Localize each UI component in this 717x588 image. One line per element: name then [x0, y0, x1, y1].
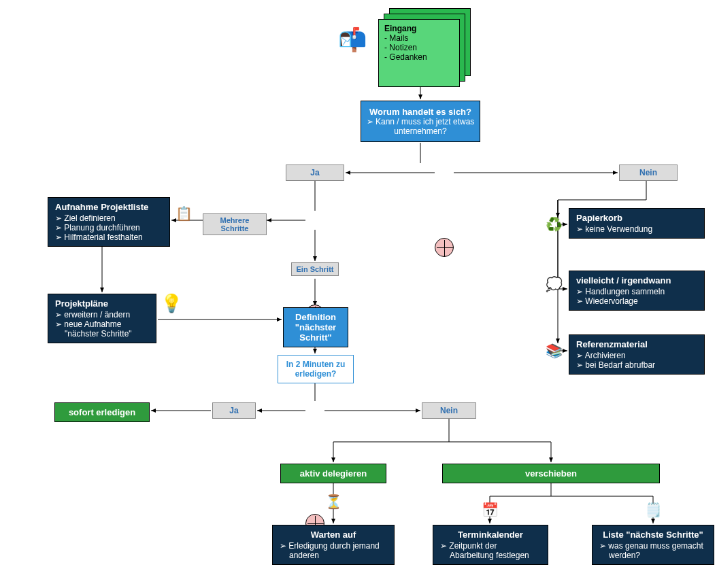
vielleicht-title: vielleicht / irgendwann — [576, 275, 697, 286]
liste-title: Liste "nächste Schritte" — [599, 530, 707, 540]
idea-icon: 💡 — [159, 291, 184, 315]
recycle-icon: ♻️ — [541, 212, 566, 237]
worum-box: Worum handelt es sich? Kann / muss ich j… — [361, 101, 480, 142]
sofort-box: sofort erledigen — [54, 402, 150, 422]
papierkorb-title: Papierkorb — [576, 213, 697, 223]
termin-item: Zeitpunkt der Abarbeitung festlegen — [450, 541, 541, 560]
aufnahme-box: Aufnahme Projektliste Ziel definieren Pl… — [48, 197, 170, 247]
worum-sub: Kann / muss ich jetzt etwas unternehmen? — [365, 117, 476, 136]
eingang-item: - Gedanken — [384, 52, 454, 62]
referenz-item: bei Bedarf abrufbar — [586, 360, 697, 370]
projektplaene-item: erweitern / ändern — [65, 310, 149, 319]
worum-title: Worum handelt es sich? — [365, 107, 476, 117]
projektplaene-title: Projektpläne — [55, 298, 149, 309]
nein-bottom-box: Nein — [422, 402, 476, 419]
eingang-item: - Notizen — [384, 43, 454, 52]
mehrere-box: Mehrere Schritte — [203, 213, 267, 235]
einschritt-box: Ein Schritt — [291, 262, 339, 276]
decision-1-icon — [435, 238, 454, 257]
definition-sub: "nächster Schritt" — [286, 322, 345, 343]
nein-top-box: Nein — [619, 165, 678, 181]
aufnahme-item: Ziel definieren — [65, 213, 163, 223]
termin-box: Terminkalender Zeitpunkt der Abarbeitung… — [433, 525, 548, 565]
vielleicht-item: Wiedervorlage — [586, 296, 697, 306]
referenz-title: Referenzmaterial — [576, 339, 697, 349]
ja-bottom-box: Ja — [212, 402, 256, 419]
vielleicht-box: vielleicht / irgendwann Handlungen samme… — [569, 271, 705, 311]
warten-item: Erledigung durch jemand anderen — [289, 541, 387, 560]
ja-top-box: Ja — [286, 165, 344, 181]
definition-box: Definition "nächster Schritt" — [283, 307, 348, 347]
liste-item: was genau muss gemacht werden? — [609, 541, 707, 560]
delegieren-box: aktiv delegieren — [280, 464, 386, 483]
definition-title: Definition — [286, 312, 345, 322]
referenz-box: Referenzmaterial Archivieren bei Bedarf … — [569, 334, 705, 375]
papierkorb-item: keine Verwendung — [586, 224, 697, 234]
in2min-box: In 2 Minuten zu erledigen? — [278, 355, 354, 383]
checklist-icon: 🗒️ — [641, 498, 665, 522]
warten-title: Warten auf — [280, 530, 387, 540]
referenz-item: Archivieren — [586, 351, 697, 360]
projektplaene-box: Projektpläne erweitern / ändern neue Auf… — [48, 294, 156, 343]
eingang-item: - Mails — [384, 33, 454, 43]
eingang-title: Eingang — [384, 24, 454, 33]
mailbox-icon: 📬 — [340, 27, 365, 52]
liste-box: Liste "nächste Schritte" was genau muss … — [592, 525, 714, 565]
aufnahme-item: Hilfmaterial festhalten — [65, 232, 163, 242]
aufnahme-title: Aufnahme Projektliste — [55, 202, 163, 212]
vielleicht-item: Handlungen sammeln — [586, 287, 697, 296]
calendar-icon: 📅 — [478, 498, 502, 522]
termin-title: Terminkalender — [440, 530, 541, 540]
clipboard-icon: 📋 — [171, 201, 196, 226]
eingang-box: Eingang - Mails - Notizen - Gedanken — [378, 8, 467, 83]
thought-icon: 💭 — [541, 272, 566, 296]
aufnahme-item: Planung durchführen — [65, 223, 163, 232]
papierkorb-box: Papierkorb keine Verwendung — [569, 208, 705, 239]
warten-box: Warten auf Erledigung durch jemand ander… — [272, 525, 395, 565]
projektplaene-item: neue Aufnahme "nächster Schritte" — [65, 319, 149, 339]
verschieben-box: verschieben — [442, 464, 660, 483]
hourglass-icon: ⏳ — [321, 489, 346, 514]
binders-icon: 📚 — [541, 339, 566, 363]
